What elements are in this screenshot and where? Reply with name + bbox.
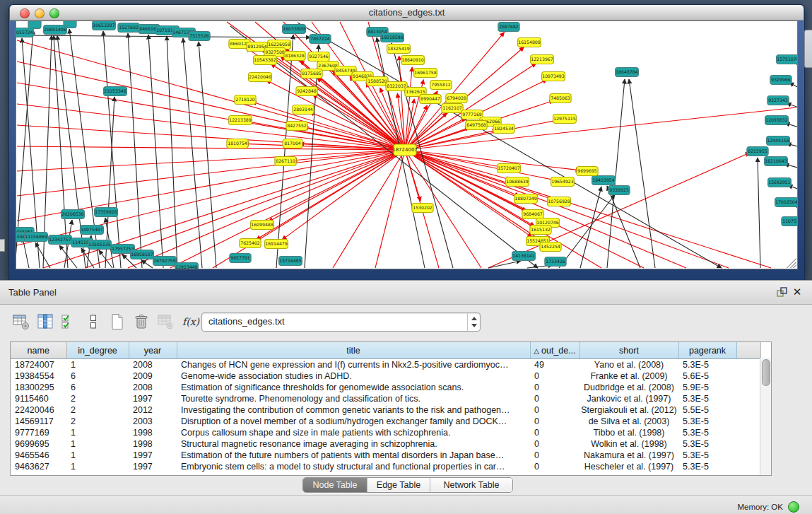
network-node[interactable]: 15716485	[279, 257, 302, 266]
network-node[interactable]: 20691406	[44, 25, 67, 35]
table-row[interactable]: 977716911998Corpus callosum shape and si…	[11, 427, 760, 438]
network-node[interactable]: 9338923	[608, 186, 630, 195]
table-row[interactable]: 1872400712008Changes of HCN gene express…	[11, 359, 760, 371]
network-node[interactable]: 1162107	[442, 104, 463, 113]
network-node[interactable]: 19654923	[551, 177, 575, 187]
network-node[interactable]: 16914479	[265, 240, 288, 249]
network-node[interactable]: 17016504	[775, 198, 797, 207]
table-row[interactable]: 2242004622012Investigating the contribut…	[11, 404, 760, 416]
network-node[interactable]: 6497568	[466, 121, 487, 130]
network-node[interactable]: 12213389	[229, 116, 252, 125]
network-node[interactable]: 9857791	[230, 254, 251, 263]
table-selector[interactable]: citations_edges.txt	[201, 313, 481, 332]
new-column-icon[interactable]	[107, 313, 126, 332]
network-node[interactable]: 16961758	[414, 69, 437, 78]
table-row[interactable]: 1830029562008Estimation of significance …	[11, 382, 760, 393]
network-window-titlebar[interactable]: citations_edges.txt	[10, 5, 804, 21]
row-height-icon[interactable]	[83, 313, 102, 332]
table-scrollbar-thumb[interactable]	[762, 359, 770, 386]
network-node[interactable]: 21053346	[104, 87, 127, 96]
network-node[interactable]: 24055724	[16, 28, 33, 37]
network-node[interactable]: 16648784	[616, 68, 639, 77]
network-node[interactable]: 16782759	[153, 257, 177, 266]
network-node[interactable]: 9329966	[770, 76, 792, 85]
table-scrollbar[interactable]	[760, 358, 771, 475]
network-node[interactable]: 20206536	[61, 210, 85, 219]
column-header-year[interactable]: year	[129, 342, 177, 359]
network-node[interactable]: 817004	[283, 139, 302, 148]
network-node[interactable]: 11156869	[25, 233, 48, 242]
function-builder-icon[interactable]: f(x)	[180, 313, 202, 332]
table-row[interactable]: 911546021997Tourette syndrome. Phenomeno…	[11, 393, 760, 404]
network-node[interactable]: 16033809	[283, 25, 306, 34]
network-node[interactable]: 18640910	[401, 56, 425, 65]
network-node[interactable]: 8186328	[284, 52, 305, 61]
column-header-title[interactable]: title	[177, 342, 530, 359]
network-node[interactable]: 8267110	[275, 157, 296, 166]
network-node[interactable]: 2887682	[498, 23, 519, 32]
network-node[interactable]: 19218596	[381, 33, 404, 42]
network-node[interactable]: 1824534	[493, 124, 514, 134]
network-node[interactable]: 1733426	[545, 257, 566, 267]
network-node[interactable]: 10975487	[81, 226, 104, 235]
column-header-name[interactable]: name	[11, 342, 66, 359]
network-node[interactable]: 10653287	[93, 21, 116, 30]
table-row[interactable]: 946362711997Embryonic stem cells: a mode…	[11, 461, 760, 472]
network-node[interactable]: 12213967	[531, 55, 554, 64]
network-node[interactable]: 9242848	[296, 87, 317, 96]
table-mode-icon[interactable]	[11, 313, 30, 332]
network-node[interactable]: 7515526	[189, 32, 210, 41]
network-node[interactable]: 15751074	[777, 55, 797, 64]
network-node[interactable]: 17359928	[95, 208, 118, 217]
network-node[interactable]: 1588520	[367, 77, 388, 86]
table-row[interactable]: 946554611997Estimation of the future num…	[11, 450, 760, 461]
network-node[interactable]: 7955812	[430, 81, 452, 90]
network-node[interactable]: 13505135	[88, 240, 112, 250]
network-node[interactable]: 1107553	[782, 217, 797, 226]
network-node[interactable]: 1452254	[540, 243, 561, 252]
select-mode-icon[interactable]	[59, 313, 78, 332]
network-node[interactable]: 1530202	[412, 204, 433, 213]
network-node[interactable]: 7857224	[310, 35, 331, 44]
column-header-in_degree[interactable]: in_degree	[66, 342, 129, 359]
network-node[interactable]: 7485063	[550, 94, 571, 103]
network-node[interactable]: 16154808	[518, 38, 541, 47]
delete-table-icon[interactable]	[155, 313, 175, 332]
resize-grip[interactable]	[787, 258, 796, 268]
network-node[interactable]: 15720407	[498, 164, 521, 173]
network-node[interactable]: 8322037	[386, 82, 407, 91]
tab-edge-table[interactable]: Edge Table	[367, 478, 430, 492]
tab-node-table[interactable]: Node Table	[303, 478, 367, 492]
network-node[interactable]: 18807249	[514, 194, 538, 204]
column-header-out_de...[interactable]: △out_de...	[530, 342, 579, 359]
network-node[interactable]: 8175685	[301, 69, 322, 78]
network-node[interactable]: 18724007	[392, 144, 418, 156]
memory-status-icon[interactable]	[788, 501, 799, 513]
network-node[interactable]: 22420046	[249, 73, 272, 82]
show-columns-icon[interactable]	[35, 313, 54, 332]
network-node[interactable]: 9327546	[308, 52, 329, 62]
network-node[interactable]: 16403954	[592, 176, 616, 185]
network-node[interactable]: 9777169	[461, 110, 483, 119]
network-node[interactable]: 12975115	[553, 115, 577, 124]
float-panel-icon[interactable]	[775, 286, 788, 298]
network-node[interactable]: 12093832	[765, 116, 789, 125]
tab-network-table[interactable]: Network Table	[430, 478, 512, 492]
network-node[interactable]: 2718120	[235, 95, 256, 105]
network-node[interactable]: 18325419	[387, 45, 411, 54]
column-header-short[interactable]: short	[579, 342, 678, 359]
network-node[interactable]: 14136141	[512, 252, 536, 261]
network-node[interactable]: 7625402	[240, 239, 261, 248]
network-node[interactable]: 16958107	[131, 250, 154, 259]
network-node[interactable]: 1615132	[530, 226, 551, 235]
network-node[interactable]: 8990447	[420, 95, 441, 104]
column-header-pagerank[interactable]: pagerank	[678, 342, 736, 359]
network-node[interactable]: 15692951	[768, 178, 792, 187]
network-node[interactable]: 9227343	[767, 96, 789, 105]
network-node[interactable]: 16099488	[251, 221, 274, 230]
network-node[interactable]: 10756928	[548, 197, 571, 206]
table-row[interactable]: 969969511998Structural magnetic resonanc…	[11, 438, 760, 450]
table-row[interactable]: 1456911722003Disruption of a novel membe…	[11, 416, 760, 427]
network-node[interactable]: 1527602	[118, 23, 139, 33]
network-node[interactable]: 8215955	[747, 147, 768, 156]
